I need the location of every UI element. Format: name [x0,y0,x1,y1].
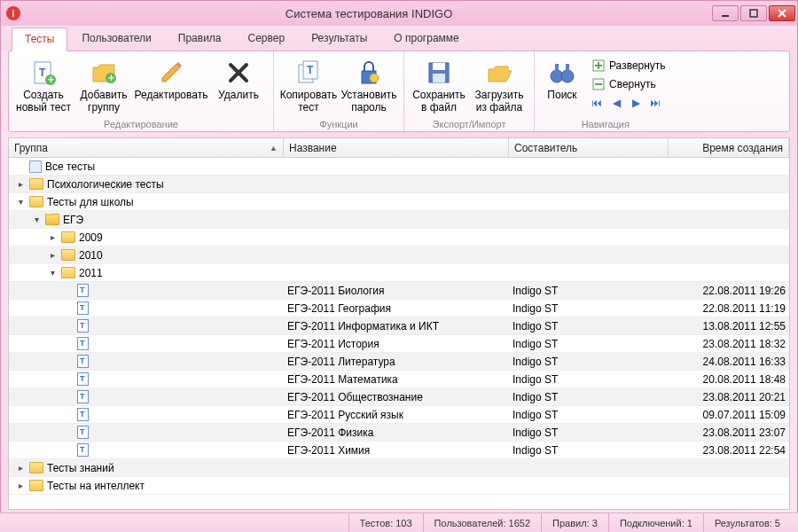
expand-all-button[interactable]: Развернуть [586,57,671,74]
set-password-button[interactable]: Установить пароль [340,55,398,118]
tab-tests[interactable]: Тесты [12,27,67,51]
col-group[interactable]: Группа▲ [9,138,284,157]
group-nav-label: Навигация [540,118,671,131]
spacer [64,445,74,455]
col-date[interactable]: Время создания [669,138,789,157]
tree-row[interactable]: ЕГЭ-2011 ИсторияIndigo ST23.08.2011 18:3… [9,335,789,353]
close-button[interactable] [769,5,795,21]
delete-icon [224,59,253,87]
cell-name: ЕГЭ-2011 Химия [284,444,509,457]
tests-grid: Группа▲ Название Составитель Время созда… [8,137,790,510]
spacer [64,392,74,402]
expand-label: Развернуть [609,59,666,72]
delete-label: Удалить [218,90,259,102]
tree-row[interactable]: ЕГЭ-2011 МатематикаIndigo ST20.08.2011 1… [9,371,789,388]
tab-server[interactable]: Сервер [236,27,298,51]
folder-icon [29,178,43,190]
ribbon-group-edit: T+ Создать новый тест + Добавить группу … [9,51,274,131]
nav-first-button[interactable]: ⏮ [590,96,604,110]
tree-row[interactable]: ЕГЭ-2011 БиологияIndigo ST22.08.2011 19:… [9,282,789,300]
pencil-icon [157,59,185,87]
tree-row[interactable]: ▸Психологические тесты [9,176,789,193]
cell-date: 22.08.2011 19:26 [669,285,789,297]
collapse-icon: ▾ [16,197,26,207]
tree-row[interactable]: ▸2010 [9,246,789,264]
tree-row[interactable]: ЕГЭ-2011 Информатика и ИКТIndigo ST13.08… [9,317,789,335]
cell-author: Indigo ST [509,409,669,421]
tree-row[interactable]: ▸Тесты знаний [9,459,789,477]
open-folder-icon [485,59,513,87]
cell-date: 13.08.2011 12:55 [669,320,789,332]
status-connections: Подключений: 1 [608,513,703,532]
cell-name: ЕГЭ-2011 Литература [284,356,509,368]
tree-label: Тесты для школы [47,196,134,208]
expand-icon: ▸ [16,463,26,473]
test-icon [77,408,89,421]
edit-label: Редактировать [135,90,208,102]
col-author[interactable]: Составитель [509,138,669,157]
cell-date: 23.08.2011 18:32 [669,338,789,350]
window-title: Система тестирования INDIGO [26,7,712,20]
lock-icon [355,59,383,87]
tree-row[interactable]: ЕГЭ-2011 Русский языкIndigo ST09.07.2011… [9,406,789,424]
app-icon: i [6,6,20,20]
tab-results[interactable]: Результаты [299,27,379,51]
tree-label: 2010 [79,249,103,262]
tab-users[interactable]: Пользователи [69,27,163,51]
svg-rect-18 [433,63,445,70]
tree-row[interactable]: ЕГЭ-2011 ЛитератураIndigo ST24.08.2011 1… [9,353,789,371]
svg-text:T: T [307,64,314,76]
ribbon-group-io: Сохранить в файл Загрузить из файла Эксп… [404,51,535,131]
tree-row[interactable]: ЕГЭ-2011 ГеографияIndigo ST22.08.2011 11… [9,300,789,317]
tree-row[interactable]: ▾2011 [9,264,789,282]
tree-row[interactable]: ЕГЭ-2011 ХимияIndigo ST23.08.2011 22:54 [9,442,789,459]
cell-name: ЕГЭ-2011 Обществознание [284,391,509,403]
collapse-all-button[interactable]: Свернуть [586,75,671,93]
binoculars-icon [548,59,576,87]
group-func-label: Функции [279,118,398,131]
svg-rect-19 [433,74,445,82]
add-group-icon: + [90,59,118,87]
edit-button[interactable]: Редактировать [135,55,207,106]
new-test-icon: T+ [29,59,58,87]
nav-prev-button[interactable]: ◀ [609,96,623,110]
tree-row[interactable]: ЕГЭ-2011 ОбществознаниеIndigo ST23.08.20… [9,388,789,406]
spacer [64,321,74,331]
tree-row[interactable]: Все тесты [9,158,789,176]
tree-row[interactable]: ЕГЭ-2011 ФизикаIndigo ST23.08.2011 23:07 [9,424,789,442]
tree-row[interactable]: ▸2009 [9,229,789,246]
load-file-button[interactable]: Загрузить из файла [470,55,528,118]
delete-button[interactable]: Удалить [209,55,268,106]
tree-row[interactable]: ▾Тесты для школы [9,193,789,211]
copy-test-button[interactable]: T Копировать тест [279,55,338,118]
status-users: Пользователей: 1652 [423,513,542,532]
maximize-button[interactable] [740,5,767,21]
col-name[interactable]: Название [284,138,509,157]
search-button[interactable]: Поиск [540,55,584,106]
tab-about[interactable]: О программе [381,27,471,51]
cell-name: ЕГЭ-2011 История [284,338,509,350]
minimize-button[interactable] [712,5,739,21]
save-file-button[interactable]: Сохранить в файл [410,55,468,118]
save-icon [425,59,453,87]
cell-author: Indigo ST [509,373,669,386]
ribbon: T+ Создать новый тест + Добавить группу … [8,51,790,132]
expand-icon: ▸ [16,179,26,189]
grid-header: Группа▲ Название Составитель Время созда… [9,138,789,158]
new-test-button[interactable]: T+ Создать новый тест [14,55,73,118]
tree-row[interactable]: ▾ЕГЭ [9,211,789,229]
cell-author: Indigo ST [509,338,669,350]
tree-row[interactable]: ▸Тесты на интеллект [9,477,789,495]
status-bar: Тестов: 103 Пользователей: 1652 Правил: … [0,512,798,532]
tree-label: 2011 [79,267,103,279]
test-icon [77,319,89,332]
nav-last-button[interactable]: ⏭ [648,96,662,110]
cell-date: 23.08.2011 23:07 [669,426,789,439]
tree-label: Тесты знаний [47,462,114,474]
spacer [64,303,74,313]
cell-author: Indigo ST [509,444,669,457]
cell-date: 24.08.2011 16:33 [669,356,789,368]
add-group-button[interactable]: + Добавить группу [74,55,133,118]
nav-next-button[interactable]: ▶ [629,96,643,110]
tab-rules[interactable]: Правила [166,27,234,51]
